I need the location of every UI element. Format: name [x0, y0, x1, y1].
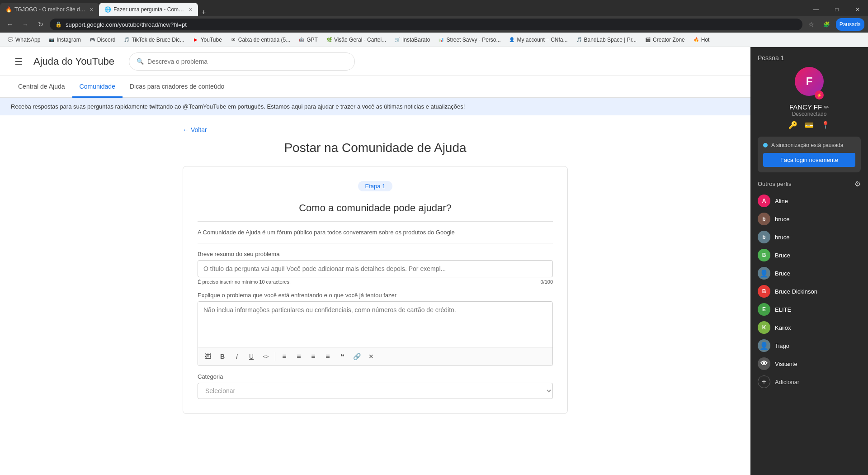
- minimize-button[interactable]: —: [806, 3, 826, 16]
- bookmark-creatorzone[interactable]: 🎬 Creator Zone: [641, 34, 689, 45]
- toolbar-quote-btn[interactable]: ❝: [336, 350, 349, 363]
- tab-2-favicon: 🌐: [104, 6, 111, 13]
- toolbar-image-btn[interactable]: 🖼: [202, 350, 214, 363]
- profile-Bruce3-avatar: B: [758, 249, 770, 261]
- toolbar-code-btn[interactable]: <>: [259, 350, 272, 363]
- bookmark-hot-label: Hot: [701, 37, 710, 43]
- bookmark-youtube-label: YouTube: [201, 37, 222, 43]
- tab-2[interactable]: 🌐 Fazer uma pergunta - Comunida... ✕: [99, 3, 198, 16]
- tab-1[interactable]: 🔥 TGJOGO - O melhor Site de apo... ✕: [0, 3, 99, 16]
- profile-bruce-dickinson[interactable]: B Bruce Dickinson: [758, 282, 861, 300]
- textarea-wrapper: 🖼 B I U <> ≡ ≡ ≡ ≡ ❝ 🔗 ✕: [198, 301, 553, 366]
- edit-icon[interactable]: ✏: [824, 104, 829, 111]
- input-hint: É preciso inserir no mínimo 10 caractere…: [198, 279, 291, 285]
- bookmark-hot[interactable]: 🔥 Hot: [689, 34, 713, 45]
- toolbar-underline-btn[interactable]: U: [245, 350, 258, 363]
- form-info-text: A Comunidade de Ajuda é um fórum público…: [198, 229, 553, 236]
- bookmark-instabarato[interactable]: 🛒 InstaBarato: [391, 34, 434, 45]
- bookmark-instabarato-label: InstaBarato: [402, 37, 430, 43]
- back-button[interactable]: ←: [4, 18, 16, 31]
- bookmark-inbox[interactable]: ✉ Caixa de entrada (5...: [226, 34, 294, 45]
- toolbar-clear-btn[interactable]: ✕: [365, 350, 377, 363]
- search-box[interactable]: 🔍: [129, 52, 355, 71]
- profile-Bruce-4[interactable]: 👤 Bruce: [758, 264, 861, 282]
- maximize-button[interactable]: □: [826, 3, 847, 16]
- profile-elite-name: ELITE: [775, 306, 791, 313]
- profile-Bruce-3[interactable]: B Bruce: [758, 246, 861, 264]
- profile-aline[interactable]: A Aline: [758, 192, 861, 210]
- category-label: Categoria: [198, 373, 553, 380]
- hamburger-menu[interactable]: ☰: [11, 52, 26, 71]
- toolbar-indent-btn[interactable]: ≡: [307, 350, 320, 363]
- profile-status: Desconectado: [758, 111, 861, 117]
- profiles-settings-icon[interactable]: ⚙: [854, 180, 861, 188]
- tab-bar: 🔥 TGJOGO - O melhor Site de apo... ✕ 🌐 F…: [0, 0, 868, 16]
- bookmark-tiktok[interactable]: 🎵 TikTok de Bruce Dic...: [120, 34, 188, 45]
- bookmark-whatsapp[interactable]: 💬 WhatsApp: [4, 34, 44, 45]
- tab-1-label: TGJOGO - O melhor Site de apo...: [14, 6, 87, 13]
- tab-dicas-criadores[interactable]: Dicas para criadores de conteúdo: [123, 76, 231, 98]
- toolbar-ol-btn[interactable]: ≡: [292, 350, 305, 363]
- profile-tiago[interactable]: 👤 Tiago: [758, 337, 861, 355]
- tab-1-close[interactable]: ✕: [90, 7, 94, 13]
- profile-visitante[interactable]: 👁 Visitante: [758, 355, 861, 373]
- profile-bruce-1[interactable]: b bruce: [758, 210, 861, 228]
- toolbar-sep-1: [275, 352, 275, 361]
- sync-dot: [763, 143, 768, 147]
- lock-icon: 🔒: [55, 21, 62, 28]
- add-profile-button[interactable]: + Adicionar: [758, 373, 861, 391]
- bookmark-streetsavvy-label: Street Savvy - Perso...: [446, 37, 500, 43]
- extension-button[interactable]: 🧩: [821, 18, 833, 31]
- myaccount-favicon: 👤: [509, 37, 515, 43]
- sync-login-button[interactable]: Faça login novamente: [763, 153, 855, 167]
- inbox-favicon: ✉: [230, 37, 236, 43]
- toolbar-italic-btn[interactable]: I: [231, 350, 243, 363]
- bookmark-gpt[interactable]: 🤖 GPT: [295, 34, 321, 45]
- bookmark-myaccount[interactable]: 👤 My account – CNfa...: [505, 34, 571, 45]
- bookmark-creatorzone-label: Creator Zone: [653, 37, 685, 43]
- profile-kaiiox[interactable]: K Kaiiox: [758, 318, 861, 337]
- bookmark-instagram-label: Instagram: [57, 37, 80, 43]
- key-icon[interactable]: 🔑: [788, 121, 797, 129]
- profile-tiago-name: Tiago: [775, 342, 789, 349]
- bookmark-visao[interactable]: 🌿 Visão Geral - Cartei...: [322, 34, 390, 45]
- card-icon[interactable]: 💳: [805, 121, 814, 129]
- other-profiles-section: Outros perfis ⚙ A Aline b bruce b bruce …: [758, 180, 861, 391]
- details-textarea[interactable]: [198, 302, 552, 347]
- profile-button[interactable]: Pausada: [836, 18, 864, 31]
- close-button[interactable]: ✕: [847, 3, 868, 16]
- profile-elite[interactable]: E ELITE: [758, 300, 861, 318]
- profile-panel-title: Pessoa 1: [758, 54, 861, 62]
- bookmark-star-button[interactable]: ☆: [805, 18, 818, 31]
- location-icon[interactable]: 📍: [821, 121, 830, 129]
- page-title: Postar na Comunidade de Ajuda: [183, 141, 568, 155]
- creatorzone-favicon: 🎬: [645, 37, 651, 43]
- bookmark-instagram[interactable]: 📷 Instagram: [45, 34, 84, 45]
- bookmark-youtube[interactable]: ▶ YouTube: [189, 34, 226, 45]
- toolbar-bold-btn[interactable]: B: [216, 350, 229, 363]
- reload-button[interactable]: ↻: [34, 18, 47, 31]
- toolbar-link-btn[interactable]: 🔗: [350, 350, 363, 363]
- address-input[interactable]: 🔒 support.google.com/youtube/thread/new?…: [50, 19, 802, 30]
- step-badge: Etapa 1: [198, 181, 553, 191]
- search-input[interactable]: [147, 58, 347, 65]
- summary-input[interactable]: [198, 260, 553, 277]
- profile-icons: 🔑 💳 📍: [758, 121, 861, 129]
- tab-2-close[interactable]: ✕: [189, 7, 193, 13]
- back-link[interactable]: ← Voltar: [183, 126, 568, 133]
- profile-bd-name: Bruce Dickinson: [775, 288, 817, 295]
- tab-central-ajuda[interactable]: Central de Ajuda: [11, 76, 72, 98]
- profile-Bruce3-name: Bruce: [775, 252, 790, 259]
- toolbar-ul-btn[interactable]: ≡: [278, 350, 291, 363]
- toolbar-outdent-btn[interactable]: ≡: [321, 350, 334, 363]
- tab-comunidade[interactable]: Comunidade: [72, 76, 123, 98]
- profile-name: FANCY FF: [789, 103, 822, 111]
- category-select[interactable]: Selecionar: [198, 383, 553, 399]
- bookmark-discord[interactable]: 🎮 Discord: [85, 34, 119, 45]
- new-tab-button[interactable]: +: [198, 8, 209, 16]
- profile-bruce-2[interactable]: b bruce: [758, 228, 861, 246]
- profile-kaiiox-avatar: K: [758, 321, 770, 334]
- bookmark-streetsavvy[interactable]: 📊 Street Savvy - Perso...: [434, 34, 504, 45]
- bookmark-bandlab[interactable]: 🎵 BandLab Space | Pr...: [572, 34, 641, 45]
- forward-button[interactable]: →: [19, 18, 32, 31]
